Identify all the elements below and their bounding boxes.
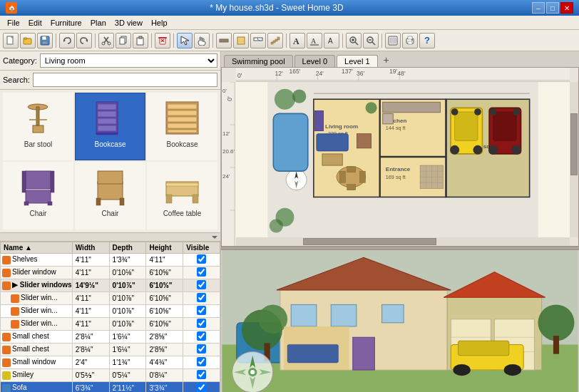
maximize-button[interactable]: □ [546, 2, 559, 14]
table-row[interactable]: Shelves 4'11" 1'3¾" 4'11" [1, 254, 220, 267]
visible-checkbox[interactable] [197, 293, 206, 302]
svg-text:Living room: Living room [325, 123, 358, 130]
visible-checkbox[interactable] [197, 357, 206, 366]
table-row[interactable]: Small chest 2'8¼" 1'6¼" 2'8⅝" [1, 331, 220, 344]
door-tool[interactable] [250, 33, 266, 48]
plan-scrollbar-horizontal[interactable] [236, 237, 570, 246]
zoom-out-button[interactable] [363, 33, 379, 48]
cell-visible[interactable] [183, 254, 220, 267]
plan-canvas[interactable]: Living room 339 sq ft Kitchen 144 sq ft … [236, 82, 570, 237]
furniture-item-bookcase-2[interactable]: Bookcase [147, 93, 217, 160]
stairs-tool[interactable] [267, 33, 283, 48]
cell-visible[interactable] [183, 318, 220, 331]
add-level-button[interactable]: + [379, 53, 394, 67]
visible-checkbox[interactable] [197, 306, 206, 315]
menu-plan[interactable]: Plan [86, 17, 111, 29]
table-row[interactable]: Slider win... 4'11" 0'10⅞" 6'10⅝" [1, 292, 220, 305]
wall-tool[interactable] [216, 33, 232, 48]
col-name[interactable]: Name ▲ [1, 242, 73, 254]
help-button[interactable]: ? [419, 33, 435, 48]
hand-tool[interactable] [194, 33, 210, 48]
minimize-button[interactable]: – [532, 2, 545, 14]
text-tool-1[interactable]: A [290, 33, 305, 48]
furniture-item-chair-2[interactable]: Chair [75, 162, 145, 229]
svg-rect-168 [273, 113, 307, 171]
cell-visible[interactable] [183, 292, 220, 305]
search-input[interactable] [33, 73, 217, 87]
cut-button[interactable] [98, 33, 114, 48]
svg-text:12': 12' [222, 130, 230, 137]
cell-visible[interactable] [183, 356, 220, 369]
table-row[interactable]: Smiley 0'5⅔" 0'5¼" 0'8¼" [1, 369, 220, 382]
print-button[interactable] [402, 33, 418, 48]
close-button[interactable]: ✕ [560, 2, 573, 14]
cell-visible[interactable] [183, 267, 220, 279]
text-tool-2[interactable]: A [307, 33, 322, 48]
select-tool[interactable] [177, 33, 193, 48]
cell-visible[interactable] [183, 305, 220, 318]
svg-text:19': 19' [389, 68, 398, 75]
cell-height: 6'10⅝" [146, 279, 183, 292]
delete-button[interactable] [155, 33, 170, 48]
cell-visible[interactable] [183, 369, 220, 382]
category-select[interactable]: Living room Bedroom Kitchen Bathroom Off… [40, 53, 217, 68]
view-3d[interactable] [221, 249, 579, 392]
plan-scrollbar-thumb-v[interactable] [570, 113, 578, 175]
table-row[interactable]: Slider win... 4'11" 0'10⅞" 6'10⅝" [1, 318, 220, 331]
menu-3dview[interactable]: 3D view [111, 17, 147, 29]
undo-button[interactable] [59, 33, 75, 48]
visible-checkbox[interactable] [197, 383, 206, 392]
copy-button[interactable] [116, 33, 131, 48]
paste-button[interactable] [133, 33, 148, 48]
visible-checkbox[interactable] [197, 370, 206, 379]
visible-checkbox[interactable] [197, 267, 206, 277]
furniture-item-chair-1[interactable]: Chair [3, 162, 73, 229]
table-row[interactable]: Slider window 4'11" 0'10⅛" 6'10⅝" [1, 267, 220, 279]
furniture-table-container[interactable]: Name ▲ Width Depth Height Visible Shelve… [0, 241, 220, 392]
cell-visible[interactable] [183, 331, 220, 344]
zoom-in-button[interactable] [346, 33, 362, 48]
col-height[interactable]: Height [146, 242, 183, 254]
svg-point-150 [488, 145, 498, 155]
plan-view[interactable]: 0' 12' 24' 36' 48' 165' 137' 19' [221, 67, 579, 247]
cell-visible[interactable] [183, 279, 220, 292]
visible-checkbox[interactable] [197, 319, 206, 328]
table-row[interactable]: Slider win... 4'11" 0'10⅞" 6'10⅝" [1, 305, 220, 318]
cell-visible[interactable] [183, 382, 220, 393]
visible-checkbox[interactable] [197, 331, 206, 341]
visible-checkbox[interactable] [197, 254, 206, 264]
menu-edit[interactable]: Edit [24, 17, 46, 29]
tab-level-0[interactable]: Level 0 [294, 55, 335, 67]
save-button[interactable] [37, 33, 53, 48]
menu-furniture[interactable]: Furniture [46, 17, 86, 29]
svg-rect-54 [408, 41, 412, 44]
furniture-item-coffee-table[interactable]: Coffee table [147, 162, 217, 229]
col-width[interactable]: Width [72, 242, 109, 254]
table-row[interactable]: Small window 2'4" 1'1¾" 4'4¾" [1, 356, 220, 369]
plan-scrollbar-thumb-h[interactable] [303, 238, 436, 245]
cell-width: 4'11" [72, 305, 109, 318]
tab-level-1[interactable]: Level 1 [337, 55, 377, 67]
new-button[interactable] [3, 33, 19, 48]
search-label: Search: [3, 76, 30, 84]
svg-point-188 [453, 364, 470, 376]
table-row[interactable]: Small chest 2'8¼" 1'6¼" 2'8⅝" [1, 344, 220, 356]
plan-scrollbar-vertical[interactable] [570, 82, 578, 237]
menu-file[interactable]: File [3, 17, 24, 29]
cell-visible[interactable] [183, 344, 220, 356]
visible-checkbox[interactable] [197, 280, 206, 289]
col-depth[interactable]: Depth [109, 242, 146, 254]
menu-help[interactable]: Help [147, 17, 172, 29]
visible-checkbox[interactable] [197, 344, 206, 354]
table-row[interactable]: Sofa 6'3¾" 2'11½" 3'3¾" [1, 382, 220, 393]
redo-button[interactable] [76, 33, 92, 48]
export-button[interactable] [385, 33, 401, 48]
text-tool-3[interactable]: A [324, 33, 339, 48]
open-button[interactable] [20, 33, 36, 48]
col-visible[interactable]: Visible [183, 242, 220, 254]
room-tool[interactable] [233, 33, 249, 48]
table-row[interactable]: ▶ Slider windows 14'9⅛" 0'10⅞" 6'10⅝" [1, 279, 220, 292]
furniture-item-bookcase-selected[interactable]: Bookcase [75, 93, 145, 160]
tab-swimming-pool[interactable]: Swimming pool [224, 55, 293, 67]
furniture-item-bar-stool[interactable]: Bar stool [3, 93, 73, 160]
